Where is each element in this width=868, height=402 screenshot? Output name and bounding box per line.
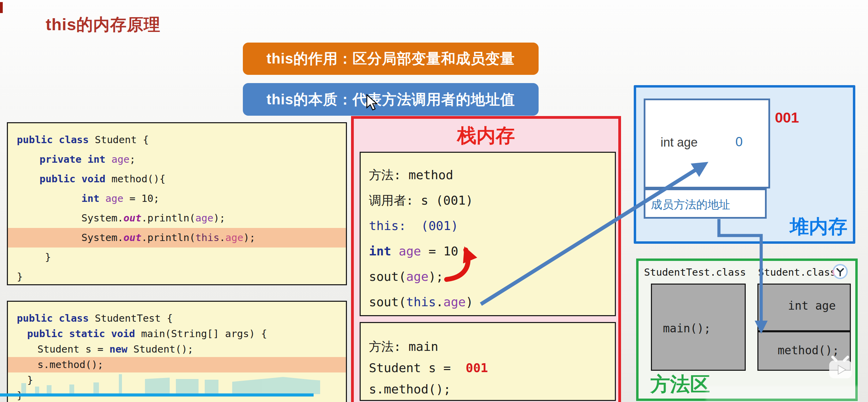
code-block-studenttest: public class StudentTest {public static … [7,301,347,402]
code-line: this: (001) [361,213,615,239]
code-line-highlighted: System.out.println(this.age); [8,228,346,248]
code-line-highlighted: s.method(); [8,357,346,372]
heap-member-method-box: 成员方法的地址 [644,188,767,219]
banner-essence-label: this的本质：代表方法调用者的地址值 [267,90,515,109]
code-line: System.out.println(age); [8,208,346,228]
method-label: method(); [778,344,839,357]
stack-frame-main: 方法: mainStudent s = 001s.method(); [360,322,616,401]
code-line: public class Student { [8,130,346,150]
code-line: 调用者: s (001) [361,188,615,213]
code-block-student: public class Student {private int age;pu… [7,122,347,285]
code-line: Student s = 001 [361,357,615,379]
student-class-box: int age method(); [757,284,851,371]
corner-mark [0,2,3,13]
code-line: } [8,372,346,388]
code-line: 方法: method [361,162,615,188]
code-line: int age = 10 [361,239,615,264]
watermark-artifact [706,386,859,401]
heap-object-field-box: int age 0 [644,99,770,188]
stack-memory-box: 栈内存 方法: method调用者: s (001)this: (001)int… [351,116,621,402]
code-line: Student s = new Student(); [8,342,346,357]
method-area-box: StudentTest.class Student.class main(); … [636,259,858,401]
student-class-label: Student.class [758,266,836,278]
main-method-label: main(); [663,322,711,335]
banner-this-purpose: this的作用：区分局部变量和成员变量 [243,43,539,75]
code-line: } [8,267,346,287]
banner-purpose-label: this的作用：区分局部变量和成员变量 [267,49,515,68]
video-frame: this的内存原理 this的作用：区分局部变量和成员变量 this的本质：代表… [0,0,868,402]
code-line: private int age; [8,150,346,169]
student-class-field-section: int age [758,285,850,332]
studenttest-class-box: main(); [651,284,746,371]
banner-this-essence: this的本质：代表方法调用者的地址值 [243,83,539,116]
heap-object-address: 001 [775,110,799,126]
int-age-label: int age [788,299,836,312]
heap-field-value: 0 [735,135,743,149]
page-title: this的内存原理 [46,14,160,36]
code-line: int age = 10; [8,189,346,208]
method-area-title: 方法区 [650,371,710,398]
stack-frame-method: 方法: method调用者: s (001)this: (001)int age… [360,152,616,316]
stack-memory-title: 栈内存 [354,123,618,149]
heap-memory-title: 堆内存 [790,214,847,240]
code-line: sout(this.age) [361,289,615,315]
code-line: sout(age); [361,264,615,289]
heap-memory-box: int age 0 成员方法的地址 001 堆内存 [634,85,855,244]
code-line: 方法: main [361,336,615,357]
code-line: } [8,248,346,267]
code-line: s.method(); [361,379,615,400]
code-line: public static void main(String[] args) { [8,326,346,342]
heap-field-name: int age [661,135,698,150]
code-line: public void method(){ [8,169,346,189]
studenttest-class-label: StudentTest.class [644,266,746,278]
code-line: public class StudentTest { [8,311,346,326]
video-progress-bar[interactable] [0,393,314,397]
